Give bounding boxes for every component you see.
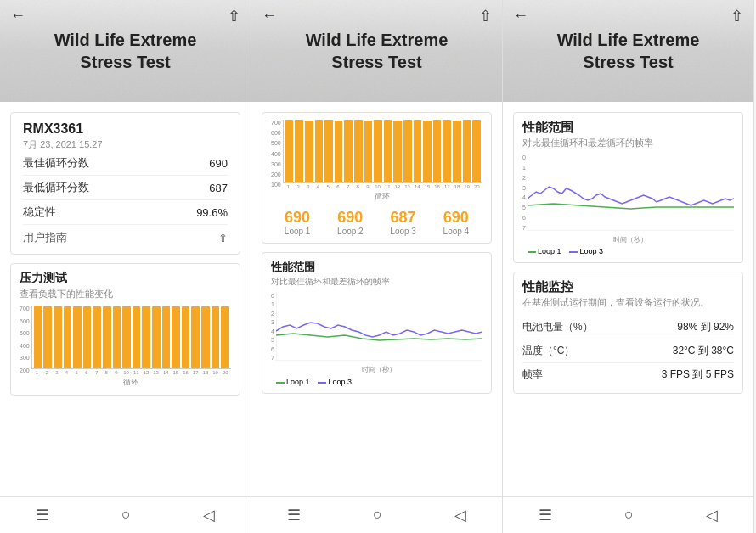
main-x-labels: 1234567891011121314151617181920 [283, 183, 482, 189]
left-panel: ← ⇧ Wild Life Extreme Stress Test RMX336… [0, 0, 251, 533]
mid-bar-18 [453, 121, 461, 182]
mid-bar-1 [285, 120, 294, 182]
left-bar-3 [54, 306, 62, 368]
middle-back-icon[interactable]: ← [262, 7, 277, 25]
right-header: ← ⇧ Wild Life Extreme Stress Test [503, 0, 753, 102]
mid-perf-range-title: 性能范围 [271, 260, 482, 275]
left-bar-5 [73, 306, 82, 368]
loop4-score: 690 [443, 209, 470, 227]
fps-row: 帧率 3 FPS 到 5 FPS [522, 363, 734, 386]
stress-subtitle: 查看负载下的性能变化 [20, 288, 231, 300]
right-perf-x-axis: 时间（秒） [528, 235, 734, 244]
left-bar-11 [133, 306, 141, 368]
right-menu-icon[interactable]: ☰ [539, 506, 552, 525]
left-bar-12 [142, 306, 150, 368]
mid-bar-15 [423, 121, 432, 182]
mid-bar-8 [354, 120, 363, 182]
left-bar-7 [93, 306, 101, 368]
temp-label: 温度（°C） [522, 344, 574, 358]
left-bar-17 [191, 306, 200, 368]
mid-bar-3 [305, 121, 313, 182]
middle-header-nav: ← ⇧ [251, 7, 502, 25]
user-guide-row[interactable]: 用户指南 ⇧ [23, 225, 228, 245]
fps-value: 3 FPS 到 5 FPS [662, 367, 734, 382]
left-back-nav-icon[interactable]: ◁ [203, 506, 215, 525]
left-bar-4 [64, 306, 72, 368]
left-bar-20 [221, 306, 229, 368]
mid-perf-legend: Loop 1 Loop 3 [276, 378, 482, 386]
left-share-icon[interactable]: ⇧ [228, 7, 240, 25]
mid-bar-16 [433, 120, 442, 182]
main-bars-area [283, 120, 482, 183]
user-guide-share-icon[interactable]: ⇧ [218, 232, 228, 244]
main-chart-y-axis: 100 200 300 400 500 600 700 [271, 120, 281, 188]
main-chart: 100 200 300 400 500 600 700 123456789101… [271, 120, 482, 202]
mid-line-chart: 7 6 5 4 3 2 1 0 [271, 293, 482, 386]
left-menu-icon[interactable]: ☰ [36, 506, 49, 525]
middle-share-icon[interactable]: ⇧ [479, 7, 492, 25]
mid-bar-10 [374, 120, 382, 182]
middle-content: 100 200 300 400 500 600 700 123456789101… [251, 102, 502, 496]
temp-row: 温度（°C） 32°C 到 38°C [522, 339, 734, 363]
mid-bar-9 [364, 121, 373, 182]
right-back-icon[interactable]: ← [513, 7, 528, 25]
middle-header-title: Wild Life Extreme Stress Test [306, 29, 449, 73]
right-content: 性能范围 对比最佳循环和最差循环的帧率 7 6 5 4 3 2 1 0 [503, 102, 753, 496]
left-bar-9 [113, 306, 121, 368]
right-home-icon[interactable]: ○ [624, 506, 634, 524]
loop1-score: 690 [285, 209, 311, 227]
mid-bar-12 [393, 121, 402, 182]
loop-scores: 690 Loop 1 690 Loop 2 687 Loop 3 690 Loo… [271, 209, 482, 236]
stress-bars: 1234567891011121314151617181920 循环 [31, 306, 231, 388]
loop3-item: 687 Loop 3 [390, 209, 416, 236]
mid-bar-2 [295, 120, 303, 182]
right-bottom-nav: ☰ ○ ◁ [503, 496, 753, 533]
best-loop-value: 690 [209, 157, 228, 170]
device-info-card: RMX3361 7月 23, 2021 15:27 最佳循环分数 690 最低循… [10, 112, 240, 255]
stress-y-axis: 200 300 400 500 600 700 [20, 306, 30, 373]
left-bar-18 [201, 306, 210, 368]
middle-back-nav-icon[interactable]: ◁ [454, 506, 466, 525]
loop2-label: Loop 2 [337, 227, 364, 236]
device-name: RMX3361 [23, 121, 228, 137]
mid-perf-chart-area: 时间（秒） Loop 1 Loop 3 [276, 293, 482, 386]
loop2-score: 690 [337, 209, 364, 227]
left-back-icon[interactable]: ← [10, 7, 25, 25]
middle-home-icon[interactable]: ○ [373, 506, 382, 524]
mid-bar-13 [403, 120, 412, 182]
right-monitor-card: 性能监控 在基准测试运行期间，查看设备运行的状况。 电池电量（%） 98% 到 … [513, 272, 743, 394]
loop4-item: 690 Loop 4 [443, 209, 470, 236]
middle-header: ← ⇧ Wild Life Extreme Stress Test [251, 0, 502, 102]
loop2-item: 690 Loop 2 [337, 209, 364, 236]
middle-panel: ← ⇧ Wild Life Extreme Stress Test 100 20… [251, 0, 503, 533]
left-bar-15 [172, 306, 180, 368]
best-loop-row: 最佳循环分数 690 [23, 151, 228, 176]
right-monitor-title: 性能监控 [522, 279, 734, 295]
left-bar-2 [43, 306, 52, 368]
mid-bar-14 [414, 120, 422, 182]
loop3-label: Loop 3 [390, 227, 416, 236]
right-perf-subtitle: 对比最佳循环和最差循环的帧率 [522, 137, 734, 149]
stress-bars-area [31, 306, 231, 369]
left-home-icon[interactable]: ○ [121, 506, 131, 524]
mid-bar-20 [472, 120, 481, 182]
stress-x-labels: 1234567891011121314151617181920 [31, 369, 231, 375]
left-bar-13 [152, 306, 161, 368]
left-bar-8 [103, 306, 111, 368]
right-share-icon[interactable]: ⇧ [731, 7, 743, 25]
right-perf-range-card: 性能范围 对比最佳循环和最差循环的帧率 7 6 5 4 3 2 1 0 [513, 112, 743, 263]
right-monitor-subtitle: 在基准测试运行期间，查看设备运行的状况。 [522, 296, 734, 309]
mid-perf-x-label: 时间（秒） [276, 365, 482, 374]
middle-menu-icon[interactable]: ☰ [287, 506, 301, 525]
min-loop-row: 最低循环分数 687 [23, 176, 228, 200]
min-loop-label: 最低循环分数 [23, 180, 89, 195]
right-back-nav-icon[interactable]: ◁ [706, 506, 718, 525]
main-x-axis-label: 循环 [283, 191, 482, 202]
battery-row: 电池电量（%） 98% 到 92% [522, 316, 734, 339]
stress-x-axis-label: 循环 [31, 377, 231, 388]
fps-label: 帧率 [522, 367, 543, 382]
left-header-nav: ← ⇧ [0, 7, 251, 25]
battery-label: 电池电量（%） [522, 320, 593, 334]
right-perf-title: 性能范围 [522, 120, 734, 136]
stress-card: 压力测试 查看负载下的性能变化 200 300 400 500 600 700 … [10, 263, 240, 396]
